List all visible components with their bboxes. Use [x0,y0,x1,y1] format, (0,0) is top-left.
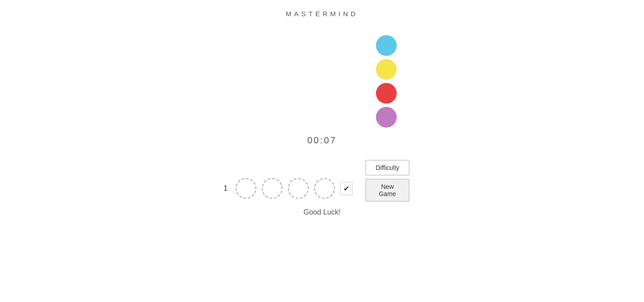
guess-slot-3[interactable] [288,178,309,199]
row-number: 1 [221,184,230,192]
new-game-button[interactable]: New Game [366,179,409,201]
guess-slot-1[interactable] [236,178,256,199]
check-button[interactable]: ✔ [340,182,352,195]
timer-display: 00:07 [0,135,644,146]
peg-blue[interactable] [376,35,397,56]
guess-slot-2[interactable] [262,178,283,199]
difficulty-button[interactable]: Difficulty [366,160,409,175]
peg-red[interactable] [376,83,397,104]
page-title: MASTERMIND [0,0,644,18]
guess-slot-4[interactable] [314,178,335,199]
controls-area: Difficulty New Game [366,160,409,201]
status-message: Good Luck! [0,208,644,216]
game-row: 1 ✔ [221,178,352,199]
peg-purple[interactable] [376,107,397,128]
peg-yellow[interactable] [376,59,397,80]
color-pegs-area [376,31,397,129]
